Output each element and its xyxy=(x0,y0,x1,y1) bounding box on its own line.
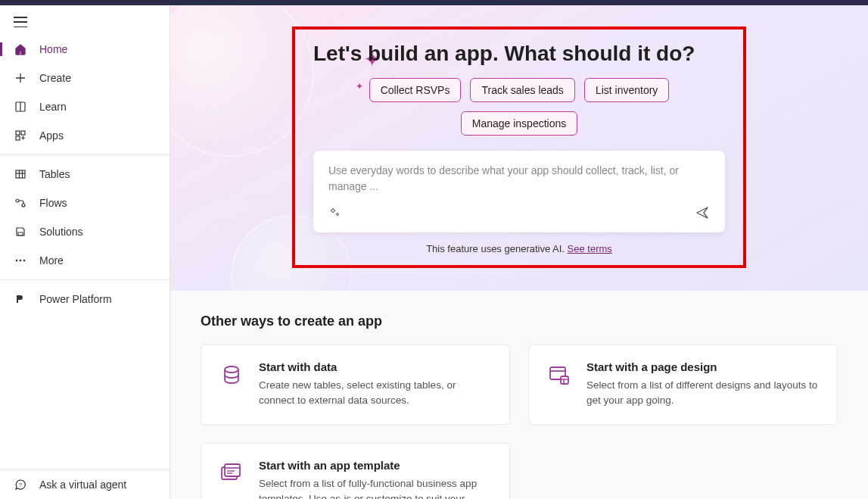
svg-rect-3 xyxy=(21,131,25,135)
sidebar-item-label: Apps xyxy=(39,129,64,142)
sidebar-item-label: Home xyxy=(39,43,67,55)
sidebar-item-apps[interactable]: Apps xyxy=(0,121,170,150)
sidebar-item-label: Tables xyxy=(39,168,70,180)
svg-rect-4 xyxy=(16,136,20,140)
svg-point-10 xyxy=(22,204,25,207)
hero-section: ✦ ✦ ✦ Let's build an app. What should it… xyxy=(170,5,868,291)
card-description: Select from a list of different designs … xyxy=(586,378,820,409)
ai-note-text: This feature uses generative AI. xyxy=(426,243,567,254)
suggestion-chips: Collect RSVPs Track sales leads List inv… xyxy=(313,78,725,136)
sidebar-item-label: Flows xyxy=(39,197,67,209)
sidebar-item-flows[interactable]: Flows xyxy=(0,189,170,217)
card-title: Start with an app template xyxy=(259,459,493,472)
svg-rect-23 xyxy=(225,464,240,476)
chat-icon: ? xyxy=(14,478,27,491)
send-button-icon[interactable] xyxy=(695,205,710,223)
card-title: Start with data xyxy=(259,360,493,373)
sidebar-item-learn[interactable]: Learn xyxy=(0,92,170,121)
svg-point-13 xyxy=(20,260,22,262)
sidebar-item-label: Learn xyxy=(39,101,67,113)
card-start-with-data[interactable]: Start with data Create new tables, selec… xyxy=(201,345,510,425)
flow-icon xyxy=(14,196,27,210)
more-icon xyxy=(14,254,27,267)
card-start-with-page-design[interactable]: Start with a page design Select from a l… xyxy=(528,345,838,425)
table-icon xyxy=(14,167,27,181)
chip-list-inventory[interactable]: List inventory xyxy=(584,78,669,102)
sidebar-item-label: Ask a virtual agent xyxy=(39,479,126,491)
svg-point-9 xyxy=(16,199,19,202)
svg-rect-5 xyxy=(16,170,25,178)
chip-collect-rsvps[interactable]: Collect RSVPs xyxy=(369,78,462,102)
svg-rect-19 xyxy=(561,376,568,384)
sidebar-item-create[interactable]: Create xyxy=(0,64,170,92)
layout-icon xyxy=(546,362,573,389)
prompt-placeholder[interactable]: Use everyday words to describe what your… xyxy=(328,163,710,195)
sidebar-item-tables[interactable]: Tables xyxy=(0,160,170,189)
sidebar-item-home[interactable]: Home xyxy=(0,35,170,64)
svg-rect-2 xyxy=(16,131,20,135)
other-ways-title: Other ways to create an app xyxy=(201,313,838,329)
card-description: Create new tables, select existing table… xyxy=(259,378,493,409)
main-content: ✦ ✦ ✦ Let's build an app. What should it… xyxy=(170,5,868,499)
solutions-icon xyxy=(14,225,27,239)
svg-point-14 xyxy=(23,260,26,262)
card-start-with-template[interactable]: Start with an app template Select from a… xyxy=(201,443,510,500)
power-platform-icon xyxy=(14,292,27,306)
apps-icon xyxy=(14,129,27,142)
hamburger-menu-button[interactable] xyxy=(14,17,27,27)
sidebar-item-label: Power Platform xyxy=(39,293,112,305)
chip-track-sales-leads[interactable]: Track sales leads xyxy=(470,78,574,102)
sidebar-item-label: Solutions xyxy=(39,226,83,238)
home-icon xyxy=(14,42,27,56)
svg-point-12 xyxy=(16,260,18,262)
card-description: Select from a list of fully-functional b… xyxy=(259,476,493,500)
sidebar-item-power-platform[interactable]: Power Platform xyxy=(0,285,170,313)
plus-icon xyxy=(14,71,27,85)
prompt-input-card[interactable]: Use everyday words to describe what your… xyxy=(313,151,725,232)
hero-highlight-box: Let's build an app. What should it do? C… xyxy=(292,27,746,268)
sparkle-button-icon[interactable] xyxy=(328,207,341,222)
book-icon xyxy=(14,100,27,114)
card-title: Start with a page design xyxy=(586,360,820,373)
ai-disclaimer: This feature uses generative AI. See ter… xyxy=(313,243,725,254)
sidebar: Home Create Learn Apps xyxy=(0,5,170,499)
other-ways-section: Other ways to create an app Start with d… xyxy=(170,291,868,499)
svg-rect-11 xyxy=(18,232,23,235)
sidebar-item-label: More xyxy=(39,254,64,267)
template-icon xyxy=(218,460,245,488)
sidebar-item-solutions[interactable]: Solutions xyxy=(0,217,170,246)
sidebar-item-virtual-agent[interactable]: ? Ask a virtual agent xyxy=(0,470,170,499)
svg-point-16 xyxy=(225,366,238,373)
sidebar-item-label: Create xyxy=(39,72,71,84)
see-terms-link[interactable]: See terms xyxy=(568,243,612,254)
database-icon xyxy=(218,362,245,389)
sidebar-item-more[interactable]: More xyxy=(0,246,170,275)
svg-text:?: ? xyxy=(19,482,22,488)
hero-title: Let's build an app. What should it do? xyxy=(313,42,725,66)
chip-manage-inspections[interactable]: Manage inspections xyxy=(461,111,578,136)
